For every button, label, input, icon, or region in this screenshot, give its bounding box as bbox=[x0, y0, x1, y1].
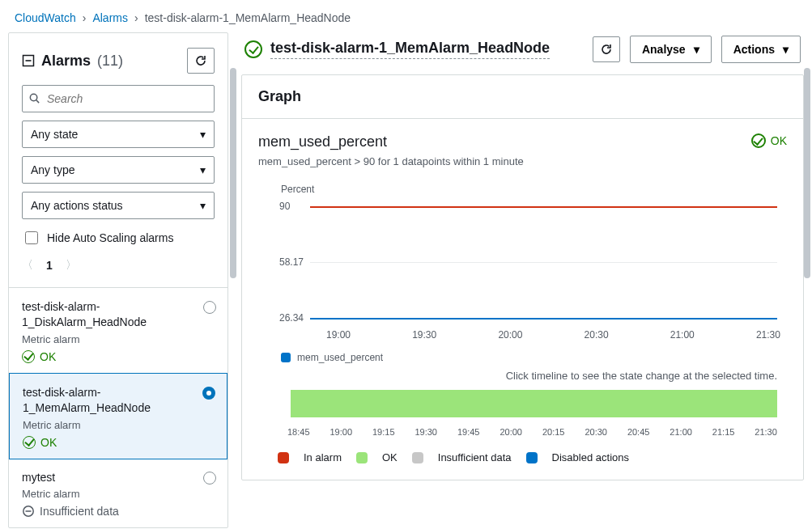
filter-state-label: Any state bbox=[31, 128, 78, 141]
scrollbar[interactable] bbox=[230, 36, 236, 524]
card-title: Graph bbox=[258, 88, 787, 105]
sidebar-title: Alarms bbox=[41, 53, 91, 70]
svg-point-2 bbox=[30, 94, 36, 100]
alarm-kind: Metric alarm bbox=[23, 419, 214, 431]
x-tick: 20:30 bbox=[585, 329, 609, 341]
legend-label: In alarm bbox=[304, 451, 342, 463]
timeline-ok-segment bbox=[291, 390, 777, 417]
chevron-right-icon: › bbox=[134, 11, 138, 24]
page-prev[interactable]: 〈 bbox=[22, 258, 33, 273]
scrollbar[interactable] bbox=[804, 36, 810, 524]
actions-button[interactable]: Actions ▾ bbox=[721, 36, 801, 63]
hide-autoscaling-input[interactable] bbox=[25, 231, 38, 244]
y-tick: 58.17 bbox=[279, 256, 304, 268]
radio-icon[interactable] bbox=[203, 301, 216, 314]
state-timeline[interactable] bbox=[291, 390, 787, 422]
x-axis: 19:00 19:30 20:00 20:30 21:00 21:30 bbox=[326, 329, 780, 341]
status-badge: OK bbox=[751, 133, 787, 148]
grid-line bbox=[310, 262, 777, 263]
breadcrumb-section[interactable]: Alarms bbox=[92, 11, 128, 24]
caret-down-icon: ▾ bbox=[783, 43, 789, 56]
hide-autoscaling-checkbox[interactable]: Hide Auto Scaling alarms bbox=[22, 227, 215, 247]
main-panel: test-disk-alarm-1_MemAlarm_HeadNode Anal… bbox=[241, 32, 804, 528]
x-tick: 21:00 bbox=[670, 329, 695, 341]
page-title: test-disk-alarm-1_MemAlarm_HeadNode bbox=[270, 40, 550, 59]
x-tick: 19:30 bbox=[412, 329, 436, 341]
metric-chart[interactable]: 90 58.17 26.34 bbox=[258, 201, 787, 323]
alarm-item[interactable]: mytest Metric alarm Insufficient data bbox=[9, 459, 227, 528]
filter-actions-status[interactable]: Any actions status ▾ bbox=[22, 192, 215, 219]
search-input[interactable] bbox=[22, 85, 215, 112]
alarm-name: test-disk-alarm-1_DiskAlarm_HeadNode bbox=[22, 299, 215, 330]
x-tick: 20:00 bbox=[498, 329, 522, 341]
caret-down-icon: ▾ bbox=[200, 163, 206, 176]
refresh-button[interactable] bbox=[593, 36, 620, 62]
collapse-icon[interactable] bbox=[22, 54, 35, 67]
sidebar-count: (11) bbox=[97, 53, 123, 70]
ok-icon bbox=[244, 40, 262, 58]
svg-line-3 bbox=[36, 100, 39, 103]
status-text: OK bbox=[771, 134, 787, 147]
alarm-list: test-disk-alarm-1_DiskAlarm_HeadNode Met… bbox=[9, 287, 227, 527]
chart-legend: mem_used_percent bbox=[281, 352, 787, 363]
legend-label: Insufficient data bbox=[438, 451, 512, 463]
ok-icon bbox=[22, 350, 35, 363]
t-tick: 18:45 bbox=[287, 427, 310, 437]
legend-label: mem_used_percent bbox=[297, 352, 383, 363]
legend-label: OK bbox=[382, 451, 397, 463]
t-tick: 20:45 bbox=[627, 427, 650, 437]
status-badge: OK bbox=[23, 436, 214, 449]
breadcrumb-current: test-disk-alarm-1_MemAlarm_HeadNode bbox=[145, 11, 351, 24]
radio-icon[interactable] bbox=[203, 472, 216, 485]
alarms-sidebar: Alarms (11) Any state ▾ Any type ▾ Any a… bbox=[8, 32, 228, 528]
alarm-kind: Metric alarm bbox=[22, 488, 215, 500]
ok-icon bbox=[751, 133, 766, 148]
t-tick: 19:00 bbox=[329, 427, 352, 437]
t-tick: 20:30 bbox=[585, 427, 607, 437]
page-next[interactable]: 〉 bbox=[66, 258, 77, 273]
filter-actions-label: Any actions status bbox=[31, 199, 123, 212]
alarm-kind: Metric alarm bbox=[22, 333, 215, 345]
x-tick: 19:00 bbox=[326, 329, 351, 341]
analyse-label: Analyse bbox=[642, 43, 686, 56]
status-text: OK bbox=[40, 436, 57, 449]
analyse-button[interactable]: Analyse ▾ bbox=[630, 36, 712, 63]
legend-swatch-insufficient bbox=[412, 452, 423, 463]
caret-down-icon: ▾ bbox=[200, 128, 206, 141]
y-tick: 26.34 bbox=[279, 312, 304, 324]
t-tick: 20:00 bbox=[500, 427, 522, 437]
breadcrumb: CloudWatch › Alarms › test-disk-alarm-1_… bbox=[0, 0, 812, 32]
caret-down-icon: ▾ bbox=[694, 43, 699, 56]
status-badge: OK bbox=[22, 350, 215, 363]
legend-swatch bbox=[281, 353, 291, 362]
alarm-item[interactable]: test-disk-alarm-1_MemAlarm_HeadNode Metr… bbox=[9, 373, 227, 459]
y-tick: 90 bbox=[279, 201, 290, 212]
chevron-right-icon: › bbox=[83, 11, 87, 24]
filter-state[interactable]: Any state ▾ bbox=[22, 121, 215, 148]
t-tick: 19:45 bbox=[457, 427, 480, 437]
timeline-hint: Click timeline to see the state change a… bbox=[258, 370, 777, 382]
actions-label: Actions bbox=[733, 43, 775, 56]
t-tick: 21:15 bbox=[712, 427, 735, 437]
legend-swatch-ok bbox=[356, 452, 368, 463]
y-axis-label: Percent bbox=[281, 184, 787, 195]
t-tick: 19:30 bbox=[415, 427, 437, 437]
page-header: test-disk-alarm-1_MemAlarm_HeadNode Anal… bbox=[241, 32, 804, 63]
state-legend: In alarm OK Insufficient data Disabled a… bbox=[278, 451, 787, 463]
caret-down-icon: ▾ bbox=[200, 199, 206, 212]
radio-icon[interactable] bbox=[202, 387, 215, 400]
search-icon bbox=[28, 92, 40, 104]
timeline-axis: 18:45 19:00 19:15 19:30 19:45 20:00 20:1… bbox=[287, 427, 777, 437]
refresh-button[interactable] bbox=[187, 48, 215, 74]
t-tick: 21:00 bbox=[670, 427, 692, 437]
status-text: OK bbox=[40, 350, 56, 363]
alarm-name: mytest bbox=[22, 470, 215, 485]
alarm-item[interactable]: test-disk-alarm-1_DiskAlarm_HeadNode Met… bbox=[9, 288, 227, 374]
filter-type[interactable]: Any type ▾ bbox=[22, 156, 215, 184]
t-tick: 21:30 bbox=[755, 427, 777, 437]
breadcrumb-root[interactable]: CloudWatch bbox=[15, 11, 76, 24]
hide-autoscaling-label: Hide Auto Scaling alarms bbox=[47, 231, 173, 244]
threshold-line bbox=[310, 206, 777, 208]
t-tick: 19:15 bbox=[372, 427, 395, 437]
alarm-name: test-disk-alarm-1_MemAlarm_HeadNode bbox=[23, 385, 214, 416]
